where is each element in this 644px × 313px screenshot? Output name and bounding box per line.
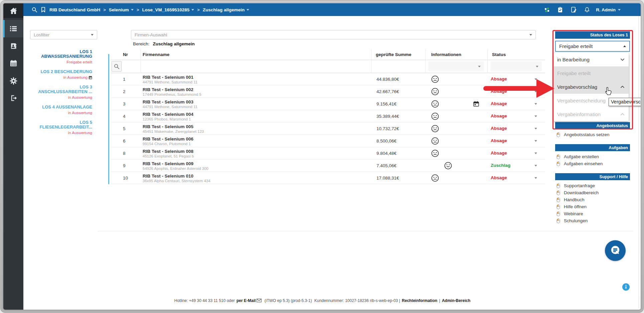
table-row[interactable]: 3RIB Test - Selenium 00344791 Methone, S… [111,98,545,110]
table-row[interactable]: 6RIB Test - Selenium 00699154 Charon, Pl… [111,135,545,147]
email-link[interactable]: per E-Mail [236,298,256,303]
rechteinformation-link[interactable]: Rechteinformation [402,298,437,303]
informationen-filter-select[interactable] [428,61,484,71]
breadcrumb-item[interactable]: RIB Deutschland GmbH [49,7,100,12]
panel-action-item[interactable]: Hilfe öffnen [555,203,630,210]
app-grid-icon[interactable] [542,5,551,14]
status-dropdown-chevron[interactable] [534,177,537,179]
panel-action-item[interactable]: Aufgaben einsehen [555,160,630,167]
dropdown-option[interactable]: Freigabe erteilt [554,66,629,80]
nav-item-contacts[interactable] [3,37,23,55]
column-header: Nr [111,49,141,60]
company-cell: RIB Test - Selenium 00217449 Prometheus,… [141,85,371,97]
company-name: RIB Test - Selenium 006 [143,136,193,141]
panel-action-item[interactable]: Angebotsstatus setzen [555,131,630,138]
dropdown-option-label: Freigabe erteilt [557,70,591,76]
panel-section-header: Aufgaben [555,144,630,151]
panel-action-label: Downloadbereich [564,190,599,195]
chevron-down-icon [91,34,94,36]
nav-item-settings[interactable] [3,72,23,89]
panel-action-item[interactable]: Aufgabe erstellen [555,153,630,160]
dropdown-option[interactable]: Vergabevorschlag [554,80,629,94]
clipboard-check-icon[interactable] [556,5,565,14]
document-edit-icon[interactable] [569,5,578,14]
breadcrumb-item[interactable]: Selenium [109,7,134,12]
mouse-click-icon [556,197,561,203]
sad-face-icon [431,75,439,85]
bereich-value: Zuschlag allgemein [153,41,195,46]
nav-item-calendar[interactable] [3,55,23,72]
status-dropdown-chevron[interactable] [534,128,537,129]
table-row[interactable]: 4RIB Test - Selenium 00412365 Phobos, Ma… [111,110,545,122]
table-row[interactable]: 8RIB Test - Selenium 00845126 Exoplanet,… [111,147,545,160]
user-menu[interactable]: R. Admin [596,7,621,12]
dropdown-option[interactable]: Vergabeinformation [554,107,629,121]
panel-action-label: Webinare [564,211,583,216]
company-address: 99154 Charon, Plutomond 1 [143,142,191,146]
panel-scroll-indicator[interactable] [108,54,109,184]
status-dropdown-chevron[interactable] [534,91,537,92]
option-tooltip: Vergabevorschlag [609,98,641,106]
los-list-item[interactable]: LOS 2 BESCHILDERUNGin Auswertung [30,69,92,80]
breadcrumb-item[interactable]: Zuschlag allgemein [203,7,249,12]
los-list: LOS 1 ABWASSERSANIERUNGFreigabe erteiltL… [30,49,92,140]
window-frame: RIB Deutschland GmbH>Selenium>Lose_VM_16… [0,0,644,313]
bereich-label: Bereich: [133,41,150,46]
status-filter-select[interactable] [490,61,542,71]
breadcrumb-separator: > [197,7,200,12]
panel-action-label: Aufgabe erstellen [564,154,599,159]
chevron-down-icon [536,66,538,67]
company-name: RIB Test - Selenium 008 [143,149,193,154]
dropdown-option[interactable]: in Bearbeitung [554,53,629,66]
status-dropdown-chevron[interactable] [534,140,537,142]
table-row[interactable]: 2RIB Test - Selenium 00217449 Prometheus… [111,85,545,98]
panel-action-item[interactable]: Webinare [555,210,630,217]
table-row[interactable]: 1RIB Test - Selenium 00144791 Methone, S… [111,73,545,85]
table-row[interactable]: 10RIB Test - Selenium 01036x95 Alpha Cen… [111,172,545,184]
breadcrumb-item[interactable]: Lose_VM_1659510285 [142,7,194,12]
bookmark-icon[interactable] [39,5,47,14]
panel-action-item[interactable]: Downloadbereich [555,189,630,196]
table-row[interactable]: 5RIB Test - Selenium 00545451 Makemake, … [111,122,545,135]
scrollbar-track[interactable] [639,16,639,308]
panel-action-item[interactable]: Handbuch [555,196,630,203]
status-dropdown-chevron[interactable] [534,78,537,80]
status-dropdown-chevron[interactable] [534,165,537,167]
chevron-down-icon [191,9,194,11]
nav-item-lists[interactable] [3,20,23,37]
sad-face-icon [431,149,439,159]
search-icon[interactable] [30,5,39,14]
panel-action-item[interactable]: Supportanfrage [555,182,630,189]
los-list-item[interactable]: LOS 4 AUSSENANLAGEin Auswertung [30,105,92,115]
table-row[interactable]: 9RIB Test - Selenium 00954926 Apophis, E… [111,160,545,172]
checked-sum: 42.667,76€ [371,85,426,97]
status-cell: Absage [488,122,545,134]
losfilter-select[interactable]: Losfilter [30,30,97,39]
status-dropdown-chevron[interactable] [534,115,537,117]
table-search-button[interactable] [112,61,122,72]
company-select[interactable]: Firmen-Auswahl [131,30,536,39]
los-status-combobox[interactable]: Freigabe erteilt [555,41,630,52]
los-status: in Auswertung [68,131,92,135]
informationen-cell [426,135,488,147]
chat-button[interactable] [605,240,626,261]
info-button[interactable] [622,283,630,291]
mouse-click-icon [556,211,561,217]
bell-icon[interactable] [583,5,591,14]
panel-action-item[interactable]: Schulungen [555,217,630,224]
checked-sum: 10.732,72€ [371,122,426,134]
sad-face-icon [431,100,439,109]
chevron-down-icon [529,34,532,36]
status-dropdown-chevron[interactable] [534,103,537,105]
status-label: Absage [491,175,507,180]
los-list-item[interactable]: LOS 5 FLIESENLEGERARBEIT...in Auswertung [30,120,92,135]
admin-bereich-link[interactable]: Admin-Bereich [442,298,470,303]
nav-item-logout[interactable] [3,89,23,107]
calendar-badge-icon[interactable] [473,101,479,108]
row-number: 2 [111,85,141,97]
nav-item-home[interactable] [3,3,23,18]
mouse-click-icon [556,190,561,196]
status-dropdown-chevron[interactable] [534,152,537,154]
los-list-item[interactable]: LOS 1 ABWASSERSANIERUNGFreigabe erteilt [30,49,92,65]
los-list-item[interactable]: LOS 3 ANSCHLUSSARBEITEN ...in Auswertung [30,85,92,100]
